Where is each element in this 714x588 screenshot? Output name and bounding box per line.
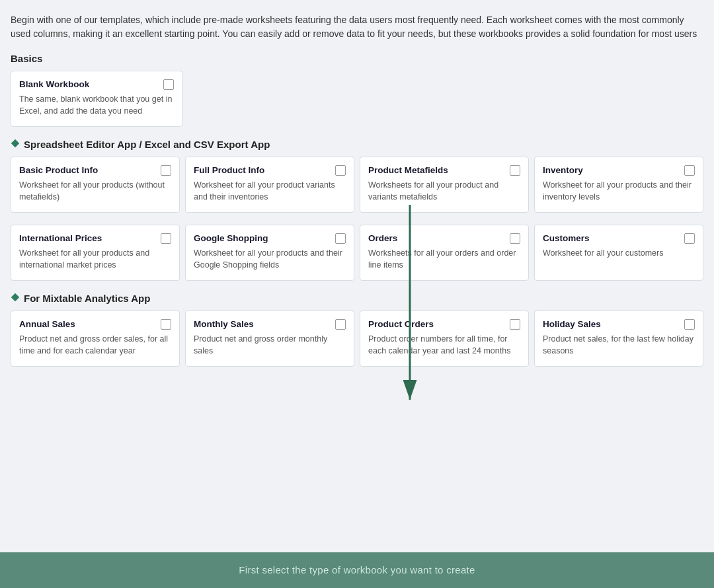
blank-workbook-checkbox[interactable] — [163, 79, 174, 90]
product-metafields-card: Product Metafields Worksheets for all yo… — [360, 157, 529, 213]
monthly-sales-desc: Product net and gross order monthly sale… — [194, 334, 346, 357]
product-metafields-desc: Worksheets for all your product and vari… — [368, 180, 520, 203]
international-prices-checkbox[interactable] — [161, 233, 171, 244]
analytics-section: For Mixtable Analytics App Annual Sales … — [11, 293, 703, 367]
product-orders-card: Product Orders Product order numbers for… — [360, 311, 529, 367]
holiday-sales-checkbox[interactable] — [684, 319, 695, 330]
monthly-sales-title: Monthly Sales — [194, 319, 254, 329]
analytics-section-title: For Mixtable Analytics App — [11, 293, 703, 304]
analytics-cards: Annual Sales Product net and gross order… — [11, 311, 703, 367]
google-shopping-title: Google Shopping — [194, 233, 268, 243]
basics-title: Basics — [11, 53, 703, 64]
google-shopping-card: Google Shopping Worksheet for all your p… — [185, 225, 354, 281]
customers-checkbox[interactable] — [684, 233, 695, 244]
basic-product-info-title: Basic Product Info — [19, 165, 98, 175]
diamond-icon-2 — [11, 293, 20, 304]
product-orders-title: Product Orders — [368, 319, 434, 329]
product-metafields-title: Product Metafields — [368, 165, 448, 175]
product-orders-checkbox[interactable] — [510, 319, 520, 330]
basic-product-info-desc: Worksheet for all your products (without… — [19, 180, 171, 203]
international-prices-title: International Prices — [19, 233, 102, 243]
spreadsheet-cards-row1: Basic Product Info Worksheet for all you… — [11, 157, 703, 213]
monthly-sales-card: Monthly Sales Product net and gross orde… — [185, 311, 354, 367]
blank-workbook-card: Blank Workbook The same, blank workbook … — [11, 71, 182, 127]
blank-workbook-desc: The same, blank workbook that you get in… — [19, 94, 174, 117]
customers-card: Customers Worksheet for all your custome… — [534, 225, 703, 281]
product-metafields-checkbox[interactable] — [510, 165, 520, 176]
holiday-sales-title: Holiday Sales — [543, 319, 601, 329]
orders-card: Orders Worksheets for all your orders an… — [360, 225, 529, 281]
bottom-bar: First select the type of workbook you wa… — [0, 552, 714, 588]
intro-text: Begin with one of our templates, which i… — [11, 13, 703, 41]
inventory-desc: Worksheet for all your products and thei… — [543, 180, 695, 203]
annual-sales-title: Annual Sales — [19, 319, 75, 329]
customers-title: Customers — [543, 233, 590, 243]
basic-product-info-checkbox[interactable] — [161, 165, 171, 176]
orders-title: Orders — [368, 233, 397, 243]
bottom-bar-text: First select the type of workbook you wa… — [239, 564, 475, 575]
full-product-info-checkbox[interactable] — [335, 165, 346, 176]
international-prices-desc: Worksheet for all your products and inte… — [19, 248, 171, 271]
inventory-title: Inventory — [543, 165, 583, 175]
annual-sales-card: Annual Sales Product net and gross order… — [11, 311, 180, 367]
holiday-sales-card: Holiday Sales Product net sales, for the… — [534, 311, 703, 367]
full-product-info-title: Full Product Info — [194, 165, 264, 175]
annual-sales-desc: Product net and gross order sales, for a… — [19, 334, 171, 357]
inventory-card: Inventory Worksheet for all your product… — [534, 157, 703, 213]
basic-product-info-card: Basic Product Info Worksheet for all you… — [11, 157, 180, 213]
google-shopping-checkbox[interactable] — [335, 233, 346, 244]
inventory-checkbox[interactable] — [684, 165, 695, 176]
monthly-sales-checkbox[interactable] — [335, 319, 346, 330]
full-product-info-card: Full Product Info Worksheet for all your… — [185, 157, 354, 213]
orders-desc: Worksheets for all your orders and order… — [368, 248, 520, 271]
blank-workbook-title: Blank Workbook — [19, 79, 89, 89]
product-orders-desc: Product order numbers for all time, for … — [368, 334, 520, 357]
spreadsheet-cards-row2: International Prices Worksheet for all y… — [11, 225, 703, 281]
annual-sales-checkbox[interactable] — [161, 319, 171, 330]
orders-checkbox[interactable] — [510, 233, 520, 244]
spreadsheet-section: Spreadsheet Editor App / Excel and CSV E… — [11, 139, 703, 281]
basics-section: Basics Blank Workbook The same, blank wo… — [11, 53, 703, 127]
customers-desc: Worksheet for all your customers — [543, 248, 695, 260]
holiday-sales-desc: Product net sales, for the last few holi… — [543, 334, 695, 357]
international-prices-card: International Prices Worksheet for all y… — [11, 225, 180, 281]
full-product-info-desc: Worksheet for all your product variants … — [194, 180, 346, 203]
google-shopping-desc: Worksheet for all your products and thei… — [194, 248, 346, 271]
spreadsheet-section-title: Spreadsheet Editor App / Excel and CSV E… — [11, 139, 703, 150]
diamond-icon-1 — [11, 139, 20, 150]
